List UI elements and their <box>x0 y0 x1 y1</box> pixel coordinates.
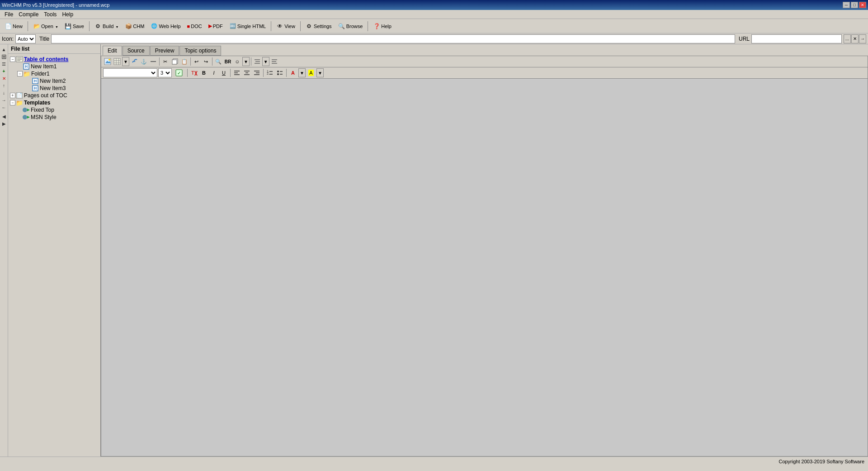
redo-button[interactable]: ↪ <box>202 57 211 66</box>
icon-select[interactable]: Auto <box>15 34 36 43</box>
insert-link-button[interactable] <box>130 57 139 66</box>
minimize-button[interactable]: ─ <box>843 2 850 8</box>
insert-rule-button[interactable] <box>149 57 158 66</box>
outdent-button[interactable] <box>270 57 279 66</box>
url-clear-button[interactable]: ✕ <box>851 34 859 43</box>
tree-item-newitem2[interactable]: H New Item2 <box>8 77 100 85</box>
tree-item-newitem3[interactable]: H New Item3 <box>8 85 100 92</box>
icon-label: Icon: <box>2 36 14 42</box>
sidebar-icon-1[interactable]: ⊞ <box>1 53 7 60</box>
insert-image-button[interactable] <box>103 57 112 66</box>
chm-button[interactable]: CHM <box>122 20 147 32</box>
pagesout-expander[interactable]: + <box>10 93 15 98</box>
doc-label: DOC <box>191 24 202 29</box>
tree-item-folder1[interactable]: − 📁 Folder1 <box>8 70 100 77</box>
bold-button[interactable]: B <box>199 68 208 77</box>
highlight-button[interactable]: A <box>307 68 316 77</box>
help-button[interactable]: Help <box>370 20 394 32</box>
url-go-button[interactable]: → <box>859 34 866 43</box>
sidebar-icon-arrow-right[interactable]: ▶ <box>1 120 7 127</box>
sidebar-icon-arrow-down[interactable]: ↓ <box>1 90 7 96</box>
svg-point-51 <box>277 71 279 72</box>
editor-body[interactable] <box>101 79 868 457</box>
align-center-button[interactable] <box>242 68 251 77</box>
undo-button[interactable]: ↩ <box>192 57 201 66</box>
sidebar-icon-2[interactable]: ☰ <box>1 61 7 67</box>
size-select[interactable]: 3 <box>158 68 172 77</box>
pdf-button[interactable]: ▶ PDF <box>206 20 226 32</box>
paste-button[interactable]: 📋 <box>180 57 189 66</box>
tab-topicoptions[interactable]: Topic options <box>179 46 221 56</box>
newitem1-icon: H <box>23 63 30 70</box>
italic-button[interactable]: I <box>209 68 218 77</box>
singlehtml-button[interactable]: Single HTML <box>226 20 269 32</box>
sidebar-icon-plus[interactable]: + <box>1 68 7 74</box>
sidebar-arrow-up[interactable]: ▲ <box>1 46 7 52</box>
sidebar-icon-outdent[interactable]: ← <box>1 104 7 110</box>
folder1-expander[interactable]: − <box>17 71 23 76</box>
tree-item-templates[interactable]: − 📁 Templates <box>8 99 100 106</box>
font-select[interactable] <box>103 68 157 77</box>
settings-button[interactable]: Settings <box>303 20 335 32</box>
menu-file[interactable]: File <box>2 10 16 19</box>
size-apply-button[interactable]: ✓ <box>173 68 185 77</box>
smiley-button[interactable]: ☺ <box>233 57 242 66</box>
browse-button[interactable]: Browse <box>335 20 366 32</box>
templates-expander[interactable]: − <box>10 100 15 105</box>
help-icon <box>373 23 380 30</box>
save-button[interactable]: Save <box>62 20 87 32</box>
sidebar-icon-arrow-left[interactable]: ◀ <box>1 113 7 119</box>
sidebar-icon-indent[interactable]: → <box>1 97 7 103</box>
doc-button[interactable]: ■ DOC <box>184 20 205 32</box>
insert-table-dropdown[interactable]: ▼ <box>122 57 129 66</box>
left-sidebar-icons: ▲ ⊞ ☰ + ✕ ↑ ↓ → ← ◀ ▶ <box>0 44 8 457</box>
ordered-list-button[interactable]: 1.2. <box>265 68 274 77</box>
tab-edit[interactable]: Edit <box>103 46 122 56</box>
tree-item-pagesout[interactable]: + 📄 Pages out of TOC <box>8 92 100 99</box>
help-label: Help <box>381 24 392 29</box>
clear-format-button[interactable]: T <box>189 68 198 77</box>
indent-dropdown[interactable]: ▼ <box>262 57 269 66</box>
menu-tools[interactable]: Tools <box>41 10 59 19</box>
tree-item-msnstyle[interactable]: MSN Style <box>8 114 100 121</box>
br-button[interactable]: BR <box>223 57 232 66</box>
open-dropdown-arrow[interactable] <box>55 24 58 29</box>
underline-button[interactable]: U <box>219 68 228 77</box>
view-button[interactable]: View <box>274 20 298 32</box>
tab-source[interactable]: Source <box>123 46 150 56</box>
fixedtop-label: Fixed Top <box>31 107 54 113</box>
align-right-button[interactable] <box>252 68 261 77</box>
new-button[interactable]: New <box>2 20 25 32</box>
tree-item-toc[interactable]: − Table of contents <box>8 56 100 63</box>
highlight-dropdown[interactable]: ▼ <box>316 68 324 77</box>
cut-button[interactable]: ✂ <box>161 57 170 66</box>
restore-button[interactable]: □ <box>851 2 858 8</box>
menu-compile[interactable]: Compile <box>16 10 41 19</box>
open-button[interactable]: Open <box>30 20 61 32</box>
find-button[interactable]: 🔍 <box>214 57 223 66</box>
sidebar-icon-arrow-up2[interactable]: ↑ <box>1 82 7 89</box>
url-browse-button[interactable]: ... <box>844 34 851 43</box>
title-input[interactable] <box>51 34 735 43</box>
unordered-list-button[interactable] <box>275 68 284 77</box>
font-color-dropdown[interactable]: ▼ <box>298 68 306 77</box>
webhelp-button[interactable]: Web Help <box>148 20 183 32</box>
filelist-header: File list <box>8 44 100 54</box>
build-dropdown-arrow[interactable] <box>115 24 118 29</box>
toc-expander[interactable]: − <box>10 57 15 62</box>
smiley-dropdown[interactable]: ▼ <box>242 57 250 66</box>
font-color-button[interactable]: A <box>288 68 297 77</box>
sidebar-icon-x[interactable]: ✕ <box>1 75 7 81</box>
build-button[interactable]: Build <box>92 20 121 32</box>
align-left-button[interactable] <box>232 68 241 77</box>
tree-item-newitem1[interactable]: H New Item1 <box>8 63 100 70</box>
insert-anchor-button[interactable]: ⚓ <box>139 57 148 66</box>
menu-help[interactable]: Help <box>59 10 76 19</box>
tree-item-fixedtop[interactable]: Fixed Top <box>8 106 100 114</box>
tab-preview[interactable]: Preview <box>150 46 179 56</box>
insert-table-button[interactable] <box>113 57 122 66</box>
close-button[interactable]: ✕ <box>859 2 866 8</box>
url-input[interactable] <box>751 34 842 43</box>
copy-button[interactable] <box>170 57 179 66</box>
indent-list-button[interactable] <box>253 57 262 66</box>
